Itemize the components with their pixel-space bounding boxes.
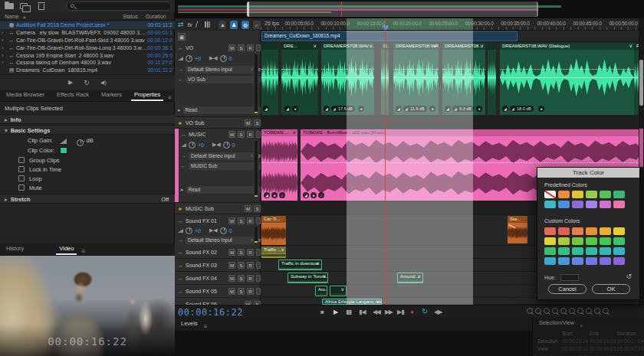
- section-info[interactable]: Info: [0, 114, 175, 124]
- zoom-out-point-icon[interactable]: [577, 308, 585, 315]
- column-duration[interactable]: Duration: [146, 14, 166, 19]
- audio-clip[interactable]: DRE...◢●: [281, 43, 318, 115]
- color-swatch[interactable]: [558, 191, 570, 198]
- color-swatch[interactable]: [586, 201, 597, 208]
- zoom-out-h-icon[interactable]: [534, 308, 543, 315]
- zoom-in-h-icon[interactable]: [526, 308, 534, 315]
- razor-tool-icon[interactable]: [196, 21, 202, 29]
- loop-checkbox[interactable]: [18, 175, 25, 181]
- tab-selection-view[interactable]: Selection/View: [533, 318, 580, 328]
- color-swatch[interactable]: [586, 191, 597, 198]
- color-swatch[interactable]: [613, 237, 625, 245]
- rewind-button[interactable]: [373, 309, 380, 315]
- record-button[interactable]: [410, 309, 414, 315]
- automation-mode-selector[interactable]: Read▾: [186, 186, 261, 194]
- color-swatch[interactable]: [600, 191, 611, 198]
- color-swatch[interactable]: [586, 237, 597, 245]
- panel-menu-icon[interactable]: [580, 323, 583, 328]
- move-to-next-button[interactable]: [397, 309, 404, 315]
- color-swatch[interactable]: [600, 227, 611, 235]
- mute-button[interactable]: M: [228, 262, 235, 269]
- audio-clip[interactable]: DREAMERST08.WAV (Dialogue)◢18.0 dB●: [500, 43, 634, 115]
- color-swatch[interactable]: [544, 257, 556, 265]
- color-swatch[interactable]: [572, 201, 583, 208]
- audio-clip[interactable]: ◢: [261, 43, 278, 115]
- magnet-icon[interactable]: ⌕: [253, 21, 261, 29]
- cancel-button[interactable]: Cancel: [548, 284, 586, 294]
- section-stretch[interactable]: StretchOff: [0, 194, 175, 204]
- file-row[interactable]: ›Cessna 195 Engine Start_2 48000 3.wav00…: [0, 51, 175, 59]
- navigator-viewport[interactable]: [247, 2, 538, 17]
- tab-effects-rack[interactable]: Effects Rack: [51, 89, 95, 101]
- color-swatch[interactable]: [572, 191, 583, 198]
- zoom-full-icon[interactable]: [585, 308, 593, 315]
- time-ruler[interactable]: 25 fps 00:00:05:00.000:00:10:00.000:00:1…: [261, 18, 644, 31]
- column-name[interactable]: Name: [5, 14, 19, 19]
- color-swatch[interactable]: [586, 227, 597, 235]
- track-name-fx2[interactable]: Sound FX 02: [186, 250, 226, 255]
- solo-button[interactable]: S: [238, 131, 245, 138]
- color-swatch[interactable]: [544, 201, 556, 208]
- color-swatch[interactable]: [558, 237, 570, 245]
- color-swatch[interactable]: [613, 227, 625, 235]
- scrollbar-thumb[interactable]: [639, 60, 643, 106]
- arm-button[interactable]: R: [247, 288, 254, 295]
- sv-value[interactable]: 00:00:29:03: [590, 338, 616, 344]
- ok-button[interactable]: OK: [592, 284, 630, 294]
- track-name-music[interactable]: MUSIC: [189, 132, 226, 137]
- arm-button[interactable]: R: [247, 249, 254, 256]
- move-tool-icon[interactable]: [178, 21, 184, 28]
- mute-button[interactable]: M: [245, 205, 251, 212]
- audio-clip[interactable]: Sta...: [508, 216, 527, 243]
- video-track-thumb-button[interactable]: ▣: [178, 33, 186, 41]
- clip-gain-badge[interactable]: 18.0 dB: [510, 106, 534, 112]
- color-swatch[interactable]: [558, 201, 570, 208]
- color-swatch[interactable]: [558, 247, 570, 255]
- tab-history[interactable]: History: [0, 243, 30, 255]
- solo-button[interactable]: S: [238, 275, 245, 282]
- file-row[interactable]: ›Car-Tire-OB-Gravel-Dirt-Roll-Fast-Skid …: [0, 37, 175, 44]
- fx-tool-label[interactable]: fx: [188, 21, 192, 28]
- fast-forward-button[interactable]: [385, 309, 392, 315]
- track-name-fx4[interactable]: Sound FX 04: [186, 276, 226, 281]
- zoom-out-v-icon[interactable]: [551, 308, 560, 315]
- volume-value[interactable]: +0: [195, 56, 201, 61]
- monitor-icon[interactable]: ◍: [242, 21, 249, 29]
- speaker-icon[interactable]: [100, 79, 107, 86]
- color-swatch[interactable]: [558, 227, 570, 235]
- track-name-vo[interactable]: VO: [186, 45, 226, 51]
- preview-loop-icon[interactable]: [84, 79, 90, 87]
- solo-button[interactable]: S: [238, 217, 245, 224]
- color-swatch[interactable]: [544, 227, 556, 235]
- color-swatch[interactable]: [544, 237, 556, 245]
- arm-button[interactable]: R: [247, 217, 254, 224]
- zoom-in-v-icon[interactable]: [543, 308, 551, 315]
- color-swatch[interactable]: [558, 257, 570, 265]
- clip-color-swatch[interactable]: [60, 147, 67, 154]
- play-button[interactable]: [334, 309, 338, 315]
- mute-button[interactable]: M: [228, 249, 235, 256]
- zoom-selection-icon[interactable]: [560, 308, 568, 315]
- arm-button[interactable]: R: [247, 262, 254, 269]
- solo-mode-icon[interactable]: ♟: [230, 21, 238, 29]
- color-swatch[interactable]: [586, 257, 597, 265]
- sv-value[interactable]: 00:00:17:04: [617, 338, 643, 344]
- arm-button[interactable]: R: [247, 44, 254, 51]
- file-row[interactable]: ›Cessna taking off Denham 48000 3.wav00:…: [0, 59, 175, 67]
- track-name-music-sub[interactable]: MUSIC Sub: [186, 206, 242, 211]
- playhead-timecode[interactable]: 00:00:16:22: [178, 307, 243, 318]
- mute-button[interactable]: M: [228, 288, 235, 295]
- solo-button[interactable]: S: [238, 44, 245, 51]
- panel-menu-icon[interactable]: [81, 248, 85, 255]
- solo-button[interactable]: S: [238, 288, 245, 295]
- trash-icon[interactable]: [38, 4, 44, 10]
- skip-selection-button[interactable]: [434, 309, 442, 315]
- mute-button[interactable]: M: [228, 131, 235, 138]
- arm-button[interactable]: R: [247, 131, 254, 138]
- audio-clip[interactable]: Car-Ti...: [261, 216, 286, 245]
- audio-clip[interactable]: Traffic in downtow...: [278, 260, 322, 270]
- column-status[interactable]: Status: [123, 14, 138, 19]
- volume-knob[interactable]: [186, 227, 192, 234]
- sv-value[interactable]: 00:00:02:11: [562, 346, 588, 351]
- zoom-reset-icon[interactable]: [593, 308, 602, 315]
